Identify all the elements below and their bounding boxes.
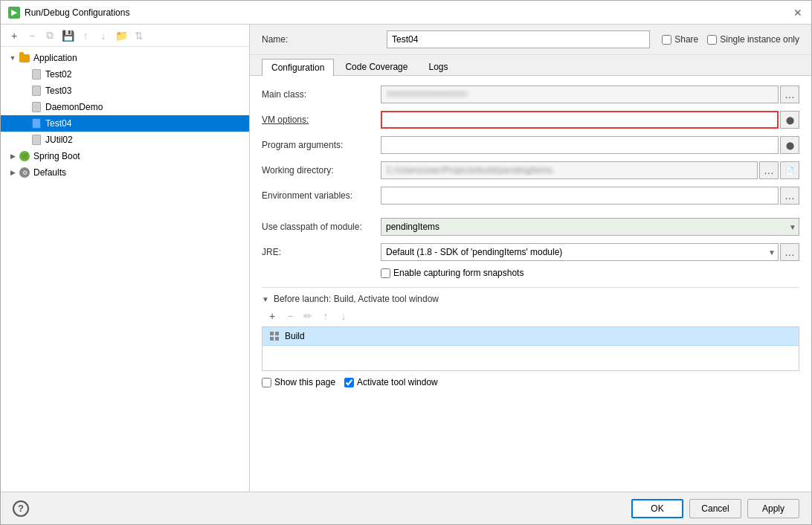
capture-snapshots-label[interactable]: Enable capturing form snapshots [381,268,523,278]
tab-content-configuration: Main class: … VM options: ⬤ Program argu… [250,76,811,492]
env-vars-input[interactable] [381,187,779,204]
folder-icon-application [19,52,30,64]
apply-button[interactable]: Apply [747,499,799,518]
tree-label-application: Application [33,53,77,63]
tree-item-jutil02[interactable]: JUtil02 [1,132,249,148]
activate-tool-window-checkbox[interactable] [344,378,354,387]
bl-down-button[interactable]: ↓ [336,309,351,323]
expand-arrow-springboot: ▶ [7,150,19,162]
tree-label-defaults: Defaults [33,167,66,178]
name-label: Name: [262,34,381,45]
spring-icon: 🌿 [19,150,30,162]
dialog-icon: ▶ [8,7,20,19]
file-icon-test03 [30,85,42,97]
name-row: Name: Share Single instance only [250,25,811,55]
tree-item-test04[interactable]: Test04 [1,115,249,132]
file-icon-test04 [30,117,42,129]
help-button[interactable]: ? [13,500,29,517]
title-bar: ▶ Run/Debug Configurations ✕ [1,1,811,25]
before-launch-toolbar: + − ✏ ↑ ↓ [262,309,799,323]
program-args-label: Program arguments: [262,140,381,150]
working-dir-icon-button[interactable]: 📄 [780,161,799,179]
ok-button[interactable]: OK [631,499,683,518]
close-button[interactable]: ✕ [792,7,804,19]
svg-rect-3 [275,337,279,341]
capture-snapshots-text: Enable capturing form snapshots [393,268,523,278]
svg-rect-2 [270,337,274,341]
jre-select-wrapper: Default (1.8 - SDK of 'pendingItems' mod… [381,243,779,261]
vm-options-expand-button[interactable]: ⬤ [780,111,799,129]
sort-button[interactable]: ⇅ [132,28,146,43]
expand-arrow-defaults: ▶ [7,167,19,178]
footer: ? OK Cancel Apply [1,492,811,524]
name-input[interactable] [387,30,650,48]
tab-bar: Configuration Code Coverage Logs [250,55,811,76]
activate-tool-window-text: Activate tool window [357,377,438,387]
single-instance-checkbox-label[interactable]: Single instance only [707,34,799,45]
tree-toolbar: + − ⧉ 💾 ↑ ↓ 📁 ⇅ [1,25,249,47]
dialog-title: Run/Debug Configurations [25,7,129,18]
tree-item-springboot[interactable]: ▶ 🌿 Spring Boot [1,148,249,164]
classpath-label: Use classpath of module: [262,222,381,232]
tree-item-daemondemo[interactable]: DaemonDemo [1,99,249,115]
launch-list: Build [262,326,799,371]
copy-config-button[interactable]: ⧉ [42,28,57,43]
main-content: + − ⧉ 💾 ↑ ↓ 📁 ⇅ ▼ Application [1,25,811,492]
working-dir-browse-button[interactable]: … [759,161,779,179]
tree-item-application[interactable]: ▼ Application [1,50,249,66]
jre-browse-button[interactable]: … [780,243,799,261]
tab-configuration[interactable]: Configuration [262,59,334,76]
folder-button[interactable]: 📁 [114,28,129,43]
file-icon-test02 [30,68,42,80]
single-instance-checkbox[interactable] [707,35,717,45]
jre-label: JRE: [262,247,381,257]
run-debug-dialog: ▶ Run/Debug Configurations ✕ + − ⧉ 💾 ↑ ↓… [0,0,812,525]
jre-select[interactable]: Default (1.8 - SDK of 'pendingItems' mod… [381,243,779,261]
launch-item-build[interactable]: Build [262,327,799,346]
program-args-expand-button[interactable]: ⬤ [780,136,799,154]
env-vars-browse-button[interactable]: … [780,187,799,204]
vm-options-label[interactable]: VM options: [262,115,381,125]
save-config-button[interactable]: 💾 [60,28,75,43]
tab-code-coverage[interactable]: Code Coverage [335,58,417,75]
tree-label-springboot: Spring Boot [33,151,80,161]
single-instance-label: Single instance only [720,34,799,45]
working-dir-input[interactable] [381,161,758,179]
cancel-button[interactable]: Cancel [689,499,741,518]
show-page-checkbox[interactable] [262,378,271,387]
footer-right: OK Cancel Apply [631,499,799,518]
main-class-label: Main class: [262,89,381,100]
bl-remove-button[interactable]: − [283,309,297,323]
remove-config-button[interactable]: − [25,28,39,43]
program-args-input[interactable] [381,136,779,154]
share-checkbox[interactable] [662,35,671,45]
main-class-browse-button[interactable]: … [780,86,799,103]
tree-item-test03[interactable]: Test03 [1,83,249,99]
share-checkbox-label[interactable]: Share [662,34,698,45]
move-up-button[interactable]: ↑ [78,28,93,43]
tree-item-defaults[interactable]: ▶ ⚙ Defaults [1,164,249,181]
config-tree: ▼ Application Test02 [1,47,249,492]
classpath-select[interactable]: pendingItems [381,218,799,236]
jre-row: JRE: Default (1.8 - SDK of 'pendingItems… [262,242,799,262]
svg-rect-1 [275,332,279,335]
footer-left: ? [13,500,29,517]
tab-logs[interactable]: Logs [419,58,457,75]
build-item-label: Build [285,331,305,341]
vm-options-input[interactable] [381,111,779,129]
capture-snapshots-checkbox[interactable] [381,268,390,278]
show-page-label[interactable]: Show this page [262,377,335,387]
bl-up-button[interactable]: ↑ [318,309,333,323]
bl-edit-button[interactable]: ✏ [300,309,315,323]
bl-add-button[interactable]: + [265,309,280,323]
before-launch-section: ▼ Before launch: Build, Activate tool wi… [262,287,799,371]
left-panel: + − ⧉ 💾 ↑ ↓ 📁 ⇅ ▼ Application [1,25,250,492]
add-config-button[interactable]: + [7,28,22,43]
tree-label-daemondemo: DaemonDemo [45,102,103,112]
env-vars-row: Environment variables: … [262,186,799,205]
tree-item-test02[interactable]: Test02 [1,66,249,83]
activate-tool-window-label[interactable]: Activate tool window [344,377,438,387]
bottom-checkboxes-row: Show this page Activate tool window [262,371,799,387]
main-class-input[interactable] [381,86,779,103]
move-down-button[interactable]: ↓ [96,28,111,43]
